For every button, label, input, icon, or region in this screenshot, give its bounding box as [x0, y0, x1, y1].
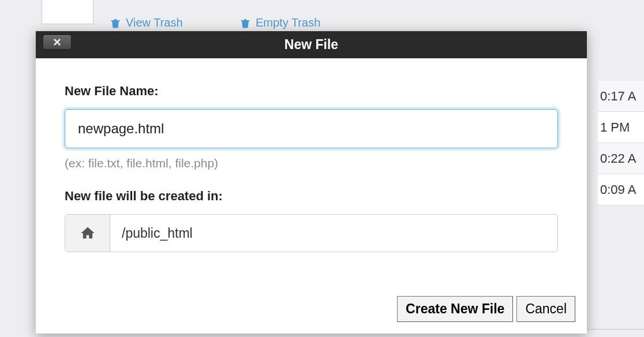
- close-icon: [53, 38, 61, 46]
- empty-trash-link[interactable]: Empty Trash: [239, 16, 320, 29]
- filename-hint: (ex: file.txt, file.html, file.php): [65, 156, 558, 170]
- dialog-titlebar: New File: [36, 31, 587, 58]
- trash-icon: [239, 17, 251, 29]
- home-button[interactable]: [65, 215, 110, 252]
- new-file-dialog: New File New File Name: (ex: file.txt, f…: [36, 31, 587, 334]
- bg-time-row: 1 PM: [598, 112, 644, 143]
- background-timestamps: 0:17 A 1 PM 0:22 A 0:09 A: [598, 81, 644, 205]
- path-label: New file will be created in:: [65, 189, 558, 204]
- dialog-footer: Create New File Cancel: [36, 286, 587, 334]
- bg-time-row: 0:09 A: [598, 174, 644, 205]
- path-row: [65, 214, 558, 252]
- filename-label: New File Name:: [65, 84, 558, 99]
- bg-time-row: 0:17 A: [598, 81, 644, 112]
- bg-time-row: 0:22 A: [598, 143, 644, 174]
- empty-trash-label: Empty Trash: [256, 16, 320, 29]
- background-tab: [42, 0, 93, 24]
- cancel-button[interactable]: Cancel: [516, 296, 575, 322]
- dialog-title: New File: [284, 37, 338, 53]
- filename-input[interactable]: [65, 109, 558, 148]
- path-input[interactable]: [110, 215, 557, 252]
- close-button[interactable]: [43, 35, 72, 50]
- dialog-body: New File Name: (ex: file.txt, file.html,…: [36, 58, 587, 258]
- trash-icon: [110, 17, 121, 29]
- view-trash-link[interactable]: View Trash: [110, 16, 183, 29]
- home-icon: [80, 225, 96, 241]
- view-trash-label: View Trash: [126, 16, 183, 29]
- create-new-file-button[interactable]: Create New File: [397, 296, 513, 322]
